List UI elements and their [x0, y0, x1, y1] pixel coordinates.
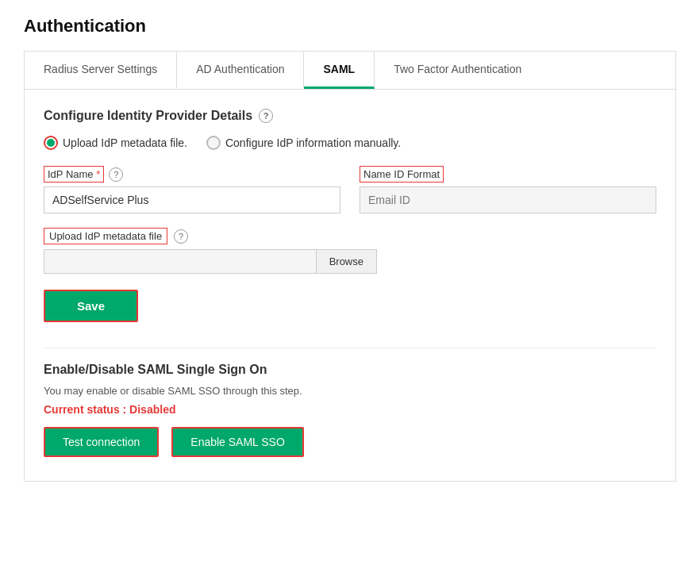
radio-upload-indicator — [44, 136, 58, 150]
idp-name-required: * — [96, 168, 100, 180]
file-input-row: Browse — [44, 249, 377, 274]
enable-saml-sso-button[interactable]: Enable SAML SSO — [171, 427, 304, 457]
tab-tfa[interactable]: Two Factor Authentication — [375, 52, 540, 89]
upload-metadata-section: Upload IdP metadata file ? Browse — [44, 228, 656, 274]
page-title: Authentication — [24, 16, 676, 37]
tab-content-saml: Configure Identity Provider Details ? Up… — [24, 89, 676, 482]
configure-help-icon[interactable]: ? — [259, 109, 273, 123]
name-id-format-input — [360, 186, 656, 213]
idp-name-input[interactable] — [44, 186, 340, 213]
upload-metadata-help-icon[interactable]: ? — [174, 229, 188, 244]
section-divider — [44, 348, 656, 348]
name-id-format-group: Name ID Format — [360, 166, 656, 213]
idp-name-label-row: IdP Name * ? — [44, 166, 340, 183]
radio-manual-indicator — [206, 136, 221, 150]
save-btn-row: Save — [44, 290, 656, 322]
fields-row: IdP Name * ? Name ID Format — [44, 166, 656, 213]
name-id-format-label-row: Name ID Format — [360, 166, 656, 183]
current-status: Current status : Disabled — [44, 403, 656, 416]
radio-upload-label: Upload IdP metadata file. — [63, 136, 187, 149]
sso-description: You may enable or disable SAML SSO throu… — [44, 385, 656, 397]
action-buttons-row: Test connection Enable SAML SSO — [44, 427, 656, 457]
test-connection-button[interactable]: Test connection — [44, 427, 159, 457]
browse-button[interactable]: Browse — [316, 250, 376, 273]
radio-manual-label: Configure IdP information manually. — [225, 136, 401, 149]
upload-label-row: Upload IdP metadata file ? — [44, 228, 656, 244]
configure-section-title: Configure Identity Provider Details ? — [44, 109, 656, 123]
idp-name-group: IdP Name * ? — [44, 166, 340, 213]
sso-section-title: Enable/Disable SAML Single Sign On — [44, 363, 656, 377]
tab-saml[interactable]: SAML — [304, 52, 375, 89]
idp-name-label: IdP Name * — [44, 166, 104, 183]
radio-upload[interactable]: Upload IdP metadata file. — [44, 136, 187, 150]
upload-metadata-label: Upload IdP metadata file — [44, 228, 167, 244]
name-id-format-label: Name ID Format — [360, 166, 444, 183]
tab-bar: Radius Server Settings AD Authentication… — [24, 51, 676, 89]
radio-group: Upload IdP metadata file. Configure IdP … — [44, 136, 656, 150]
tab-ad[interactable]: AD Authentication — [177, 52, 304, 89]
tab-radius[interactable]: Radius Server Settings — [25, 52, 177, 89]
radio-manual[interactable]: Configure IdP information manually. — [206, 136, 401, 150]
file-input[interactable] — [44, 250, 316, 273]
idp-name-help-icon[interactable]: ? — [109, 167, 123, 182]
save-button[interactable]: Save — [44, 290, 138, 322]
